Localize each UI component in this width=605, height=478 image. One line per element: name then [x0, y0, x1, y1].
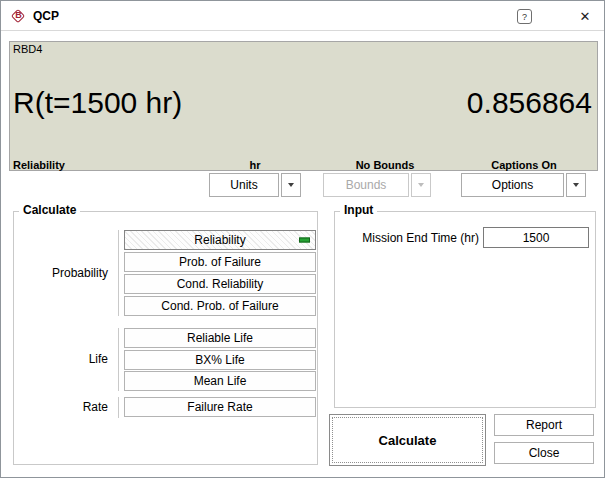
calc-button-reliability[interactable]: Reliability: [124, 230, 316, 250]
options-button-label: Options: [492, 178, 533, 192]
calc-button-label: Reliable Life: [187, 331, 253, 345]
qcp-app-icon: B: [10, 8, 27, 25]
caption-options: Captions On: [491, 159, 556, 171]
mission-end-time-label: Mission End Time (hr): [341, 231, 479, 245]
units-split-button: Units: [209, 173, 301, 197]
window-title: QCP: [33, 1, 59, 31]
section-label-probability: Probability: [11, 266, 108, 280]
source-item-label: RBD4: [13, 43, 42, 55]
close-icon: ✕: [580, 9, 591, 24]
caption-metric: Reliability: [13, 159, 65, 171]
title-bar: B QCP ? ✕: [1, 1, 604, 31]
section-divider: [118, 328, 119, 391]
input-group-title: Input: [340, 203, 377, 217]
calc-button-bx-life[interactable]: BX% Life: [124, 350, 316, 370]
options-button[interactable]: Options: [461, 173, 564, 197]
mission-end-time-input[interactable]: [483, 227, 589, 248]
result-value: 0.856864: [467, 86, 592, 120]
results-panel: RBD4 R(t=1500 hr) 0.856864 Reliability h…: [9, 41, 598, 171]
calc-button-label: Cond. Reliability: [177, 277, 264, 291]
chevron-down-icon: [288, 183, 294, 187]
units-button[interactable]: Units: [209, 173, 279, 197]
window-close-button[interactable]: ✕: [576, 7, 594, 25]
caption-bounds: No Bounds: [356, 159, 415, 171]
section-divider: [118, 397, 119, 418]
chevron-down-icon: [573, 183, 579, 187]
report-button[interactable]: Report: [494, 414, 594, 436]
result-expression: R(t=1500 hr): [13, 86, 182, 120]
calc-button-cond-prob-of-failure[interactable]: Cond. Prob. of Failure: [124, 296, 316, 316]
selected-indicator: [299, 238, 310, 243]
qcp-dialog: B QCP ? ✕ RBD4 R(t=1500 hr) 0.856864 Rel…: [0, 0, 605, 478]
calc-button-label: Failure Rate: [187, 400, 252, 414]
chevron-down-icon: [418, 183, 424, 187]
calc-button-reliable-life[interactable]: Reliable Life: [124, 328, 316, 348]
bounds-split-button: Bounds: [323, 173, 431, 197]
calc-button-prob-of-failure[interactable]: Prob. of Failure: [124, 252, 316, 272]
calc-button-cond-reliability[interactable]: Cond. Reliability: [124, 274, 316, 294]
calc-button-label: Mean Life: [194, 374, 247, 388]
help-button[interactable]: ?: [517, 9, 532, 24]
bounds-button: Bounds: [323, 173, 409, 197]
logo-letter: B: [10, 10, 27, 20]
bounds-button-label: Bounds: [346, 178, 387, 192]
calc-button-failure-rate[interactable]: Failure Rate: [124, 397, 316, 417]
question-mark-icon: ?: [522, 12, 527, 22]
report-button-label: Report: [526, 418, 562, 432]
calculate-button-label: Calculate: [379, 433, 437, 448]
calc-button-label: BX% Life: [195, 353, 244, 367]
bounds-dropdown-arrow: [411, 173, 431, 197]
calc-button-label: Prob. of Failure: [179, 255, 261, 269]
units-button-label: Units: [230, 178, 257, 192]
close-button-label: Close: [529, 446, 560, 460]
calculate-button[interactable]: Calculate: [329, 414, 486, 466]
section-divider: [118, 230, 119, 316]
calc-button-label: Reliability: [194, 233, 245, 247]
section-label-rate: Rate: [11, 400, 108, 414]
options-split-button: Options: [461, 173, 586, 197]
caption-units: hr: [250, 159, 261, 171]
units-dropdown-arrow[interactable]: [281, 173, 301, 197]
calc-button-mean-life[interactable]: Mean Life: [124, 371, 316, 391]
calculate-group-title: Calculate: [19, 203, 80, 217]
options-dropdown-arrow[interactable]: [566, 173, 586, 197]
close-button[interactable]: Close: [494, 442, 594, 464]
calc-button-label: Cond. Prob. of Failure: [161, 299, 278, 313]
result-row: R(t=1500 hr) 0.856864: [13, 82, 592, 124]
section-label-life: Life: [11, 352, 108, 366]
